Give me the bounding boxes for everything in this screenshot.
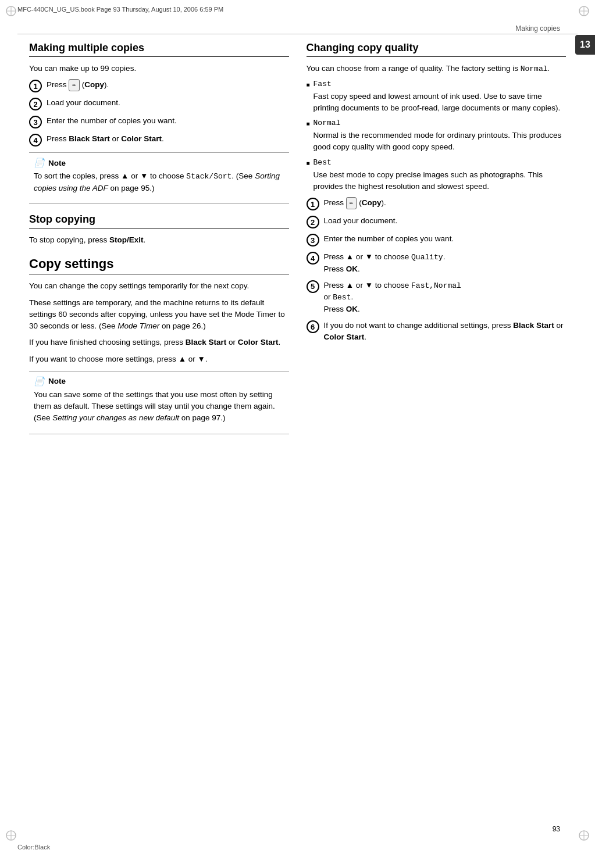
note-text-2: You can save some of the settings that y… [34,389,289,424]
quality-step-num-2: 2 [307,216,319,228]
fast-normal-code: Fast,Normal [411,281,461,290]
color-start-3: Color Start [324,333,365,341]
right-column: Changing copy quality You can choose fro… [307,42,567,440]
quality-best-label: Best [313,158,332,167]
corner-bl [5,829,17,842]
copy-settings-title: Copy settings [29,256,289,274]
quality-fast-bullet: ■ Fast [307,80,567,88]
note-icon-2: 📄 [34,376,45,387]
best-code: Best [333,293,351,302]
copy-settings-p1: You can change the copy settings tempora… [29,280,289,292]
quality-step-num-3: 3 [307,234,319,247]
book-info-text: MFC-440CN_UG_US.book Page 93 Thursday, A… [17,6,223,13]
corner-tr [578,5,590,17]
note-sorting: 📄 Note To sort the copies, press ▲ or ▼ … [29,152,289,204]
step-num-2: 2 [29,98,42,110]
bullet-icon-fast: ■ [307,81,310,88]
note-title-2: 📄 Note [34,376,289,387]
copy-settings-p3: If you have finished choosing settings, … [29,337,289,348]
step-2-content: Load your document. [47,97,120,109]
quality-step-1-content: Press ✏ (Copy). [324,197,386,209]
step-3-multiple: 3 Enter the number of copies you want. [29,115,289,128]
making-multiple-copies-title: Making multiple copies [29,42,289,57]
stack-sort-code: Stack/Sort [186,172,231,181]
ok-label-2: OK [346,305,358,313]
copy-button-icon-2: ✏ [346,197,357,209]
step-4-multiple: 4 Press Black Start or Color Start. [29,133,289,147]
page-number: 93 [553,825,560,833]
step-1-content: Press ✏ (Copy). [47,79,109,91]
quality-step-6-content: If you do not want to change additional … [324,320,567,344]
step-4-content: Press Black Start or Color Start. [47,133,164,145]
corner-br [578,829,590,842]
left-column: Making multiple copies You can make up t… [29,42,289,440]
black-start-label: Black Start [69,134,110,143]
note-label-2: Note [48,377,66,385]
quality-step-2-content: Load your document. [324,215,398,227]
making-multiple-copies-intro: You can make up to 99 copies. [29,63,289,74]
quality-best-desc: Use best mode to copy precise images suc… [313,169,567,193]
page-header: Making copies [515,24,560,33]
ok-label-1: OK [346,265,358,273]
header-divider [17,34,578,34]
color-start-2: Color Start [238,338,279,347]
step-num-3: 3 [29,116,42,128]
quality-step-num-5: 5 [307,280,319,293]
setting-default-ref: Setting your changes as new default [52,413,179,422]
note-text-1: To sort the copies, press ▲ or ▼ to choo… [34,170,289,194]
step-3-content: Enter the number of copies you want. [47,115,177,127]
note-default-settings: 📄 Note You can save some of the settings… [29,371,289,434]
quality-step-2: 2 Load your document. [307,215,567,228]
quality-step-num-6: 6 [307,320,319,333]
quality-normal-bullet: ■ Normal [307,119,567,127]
copy-settings-p4: If you want to choose more settings, pre… [29,353,289,365]
black-start-2: Black Start [186,338,227,347]
two-column-layout: Making multiple copies You can make up t… [29,42,566,440]
quality-step-5-content: Press ▲ or ▼ to choose Fast,Normalor Bes… [324,280,461,315]
changing-copy-quality-intro: You can choose from a range of quality. … [307,63,567,75]
quality-fast-label: Fast [313,80,332,88]
quality-step-4-content: Press ▲ or ▼ to choose Quality.Press OK. [324,251,446,275]
bullet-icon-normal: ■ [307,120,310,127]
copy-button-icon-1: ✏ [69,79,80,91]
black-start-3: Black Start [513,321,554,330]
color-start-label: Color Start [121,134,162,143]
changing-copy-quality-section: Changing copy quality You can choose fro… [307,42,567,344]
corner-tl [5,5,17,17]
changing-copy-quality-title: Changing copy quality [307,42,567,57]
note-icon-1: 📄 [34,158,45,168]
quality-best-bullet: ■ Best [307,158,567,167]
quality-step-5: 5 Press ▲ or ▼ to choose Fast,Normalor B… [307,280,567,315]
bullet-icon-best: ■ [307,160,310,166]
quality-normal-label: Normal [313,119,341,127]
quality-step-num-4: 4 [307,252,319,265]
quality-step-1: 1 Press ✏ (Copy). [307,197,567,210]
normal-default: Normal [521,65,548,73]
quality-step-3-content: Enter the number of copies you want. [324,233,454,245]
quality-step-3: 3 Enter the number of copies you want. [307,233,567,247]
copy-settings-section: Copy settings You can change the copy se… [29,256,289,434]
step-num-1: 1 [29,80,42,92]
book-info-bar: MFC-440CN_UG_US.book Page 93 Thursday, A… [17,6,578,13]
quality-step-6: 6 If you do not want to change additiona… [307,320,567,344]
quality-code: Quality [411,253,443,262]
copy-label-2: Copy [362,198,382,207]
mode-timer-ref: Mode Timer [117,322,159,330]
stop-copying-section: Stop copying To stop copying, press Stop… [29,213,289,246]
step-2-multiple: 2 Load your document. [29,97,289,110]
note-title-1: 📄 Note [34,158,289,168]
step-num-4: 4 [29,134,42,147]
note-label-1: Note [48,159,66,167]
copy-settings-p2: These settings are temporary, and the ma… [29,297,289,333]
quality-step-num-1: 1 [307,198,319,210]
footer-text: Color:Black [17,844,50,851]
sorting-ref: Sorting copies using the ADF [34,172,280,192]
step-1-multiple: 1 Press ✏ (Copy). [29,79,289,92]
quality-step-4: 4 Press ▲ or ▼ to choose Quality.Press O… [307,251,567,275]
making-multiple-copies-section: Making multiple copies You can make up t… [29,42,289,204]
quality-fast-desc: Fast copy speed and lowest amount of ink… [313,91,567,115]
copy-label-1: Copy [84,80,104,89]
stop-copying-title: Stop copying [29,213,289,228]
stop-copying-text: To stop copying, press Stop/Exit. [29,234,289,246]
chapter-tab: 13 [575,35,595,55]
